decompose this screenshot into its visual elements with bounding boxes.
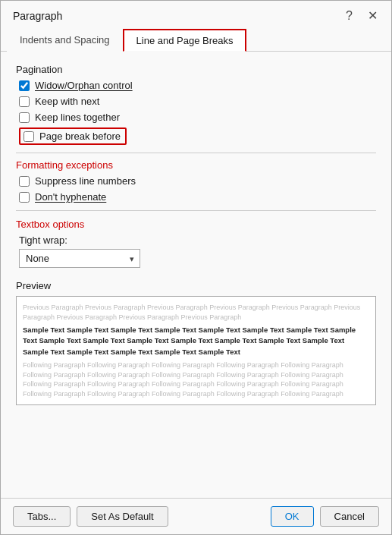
dialog-title: Paragraph [13,10,62,22]
dialog-content: Pagination Widow/Orphan control Keep wit… [1,52,391,498]
preview-sample-text: Sample Text Sample Text Sample Text Samp… [23,325,369,357]
dont-hyphenate-checkbox[interactable] [19,192,30,203]
dont-hyphenate-label[interactable]: Don't hyphenate [35,191,106,203]
preview-box: Previous Paragraph Previous Paragraph Pr… [16,296,376,405]
keep-lines-together-checkbox[interactable] [19,112,30,123]
suppress-line-numbers-checkbox[interactable] [19,176,30,187]
close-button[interactable]: ✕ [363,7,382,24]
pagination-section: Pagination Widow/Orphan control Keep wit… [16,64,376,145]
preview-following-text: Following Paragraph Following Paragraph … [23,360,369,398]
divider-2 [16,210,376,211]
pagination-label: Pagination [16,64,376,75]
keep-with-next-label[interactable]: Keep with next [35,96,99,107]
widow-orphan-checkbox[interactable] [19,80,30,91]
divider-1 [16,153,376,153]
page-break-before-row: Page break before [16,127,376,145]
keep-lines-together-label[interactable]: Keep lines together [35,112,120,123]
ok-button[interactable]: OK [271,506,314,527]
formatting-exceptions-section: Formatting exceptions Suppress line numb… [16,159,376,203]
set-default-button[interactable]: Set As Default [77,506,168,527]
textbox-options-label: Textbox options [16,219,376,230]
help-button[interactable]: ? [341,8,357,24]
tight-wrap-label: Tight wrap: [19,234,376,246]
suppress-line-numbers-row: Suppress line numbers [16,175,376,187]
cancel-button[interactable]: Cancel [320,506,379,527]
footer-right-buttons: OK Cancel [271,506,379,527]
preview-section: Preview Previous Paragraph Previous Para… [16,280,376,405]
textbox-options-section: Textbox options Tight wrap: None All Fir… [16,219,376,268]
page-break-before-label[interactable]: Page break before [39,131,121,142]
keep-with-next-checkbox[interactable] [19,96,30,107]
suppress-line-numbers-label[interactable]: Suppress line numbers [35,175,136,187]
keep-with-next-row: Keep with next [16,96,376,107]
preview-previous-text: Previous Paragraph Previous Paragraph Pr… [23,303,369,322]
widow-orphan-row: Widow/Orphan control [16,80,376,91]
keep-lines-together-row: Keep lines together [16,112,376,123]
tab-bar: Indents and Spacing Line and Page Breaks [1,29,391,52]
tabs-button[interactable]: Tabs... [13,506,71,527]
tab-indents-spacing[interactable]: Indents and Spacing [7,29,123,52]
formatting-exceptions-label: Formatting exceptions [16,159,376,171]
widow-orphan-label[interactable]: Widow/Orphan control [35,80,133,91]
page-break-highlight: Page break before [19,127,127,145]
footer-left-buttons: Tabs... Set As Default [13,506,168,527]
dont-hyphenate-row: Don't hyphenate [16,191,376,203]
title-bar: Paragraph ? ✕ [1,1,391,29]
paragraph-dialog: Paragraph ? ✕ Indents and Spacing Line a… [0,0,392,535]
tab-line-page-breaks[interactable]: Line and Page Breaks [123,29,247,52]
dialog-footer: Tabs... Set As Default OK Cancel [1,498,391,534]
tight-wrap-select[interactable]: None All First and last First only Last … [19,249,140,268]
page-break-before-checkbox[interactable] [24,131,34,142]
tight-wrap-wrapper: None All First and last First only Last … [19,249,140,268]
title-bar-controls: ? ✕ [341,7,382,24]
preview-label: Preview [16,280,376,291]
